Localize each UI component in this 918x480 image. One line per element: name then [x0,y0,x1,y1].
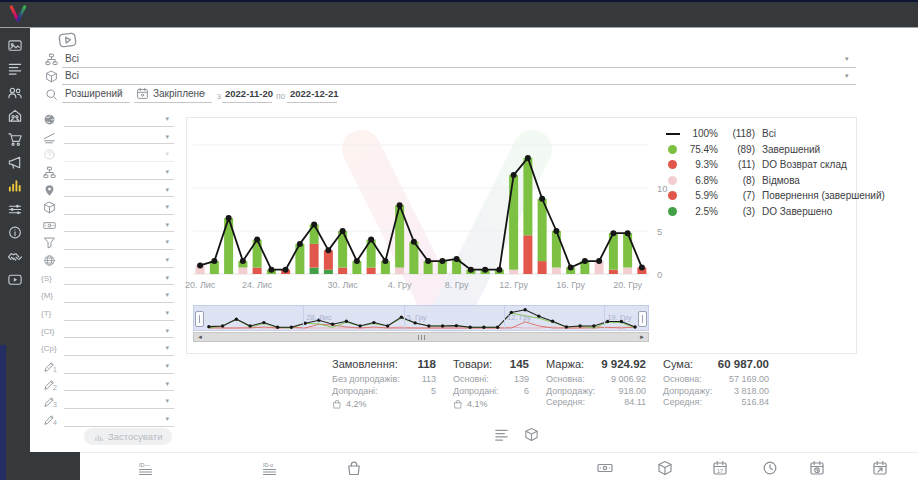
pin-icon [43,184,56,197]
home-users-icon [7,108,23,123]
minimap-gridline [504,306,505,330]
toggle-products-view[interactable] [524,427,539,442]
bottom-icon-schedule[interactable] [809,460,825,476]
legend-dot-icon [665,160,680,169]
legend-count: (11) [725,159,755,170]
tutorial-play-button[interactable] [53,29,82,50]
svg-text:ID-o: ID-o [263,462,273,468]
minimap-right-handle[interactable] [638,311,647,327]
summary-subrow: Основні:139 [453,374,529,386]
sidebar-item-video[interactable] [7,272,23,287]
filter-row-site: ▾ [38,253,178,271]
app-logo-icon[interactable] [7,3,29,24]
chevron-down-icon: ▾ [165,291,169,299]
filter-select-utm-medium[interactable] [64,302,174,303]
legend-item[interactable]: 5.9%(7)Повернення (завершений) [665,188,885,204]
apply-filters-button[interactable]: Застосувати [84,428,172,445]
scroll-left-arrow-icon[interactable]: ◄ [197,334,203,340]
left-accent-strip [0,345,6,480]
sidebar-item-tasks[interactable] [7,61,23,76]
summary-column: Замовлення:118Без допродажів:113Допродан… [332,358,436,409]
summary-column: Товари:145Основні:139Допродані:64.1% [453,358,529,409]
chevron-down-icon: ▾ [165,238,169,246]
sidebar-item-media[interactable] [7,38,23,53]
chevron-down-icon: ▾ [165,309,169,317]
minimap-gridline [303,306,304,330]
sidebar-item-settings[interactable] [7,202,23,217]
bottom-icon-products[interactable] [657,460,673,476]
filter-select-level[interactable] [64,143,174,144]
sidebar-item-marketing[interactable] [7,155,23,170]
svg-text:20. Гру: 20. Гру [613,280,642,290]
globe-dark-icon [43,113,56,126]
filter-select-funnel[interactable] [64,249,174,250]
filter-select-custom-3[interactable] [64,408,174,409]
filter-select-country[interactable] [64,126,174,127]
svg-text:17: 17 [717,468,723,474]
toggle-orders-view[interactable] [494,427,509,442]
chevron-down-icon: ▾ [119,90,123,98]
filter-select-utm-content[interactable] [64,337,174,338]
filter-select-structure[interactable] [64,179,174,180]
bottom-icon-orders-id[interactable]: ID— [138,460,154,476]
minimap-left-handle[interactable] [195,311,204,327]
megaphone-icon [7,155,23,170]
legend-item[interactable]: 6.8%(8)Відмова [665,173,885,189]
filter-select-custom-1[interactable] [64,373,174,374]
package-icon [45,70,58,83]
legend-item[interactable]: 100%(118)Всі [665,126,885,142]
chevron-down-icon: ▾ [165,380,169,388]
question-icon [43,148,56,161]
chevron-down-icon: ▾ [165,327,169,335]
filter-select-custom-4[interactable] [64,426,174,427]
chart-legend: 100%(118)Всі75.4%(89)Завершений9.3%(11)D… [665,126,885,219]
legend-item[interactable]: 75.4%(89)Завершений [665,142,885,158]
sidebar-item-info[interactable] [7,225,23,240]
filter-select-site[interactable] [64,267,174,268]
filter-select-location[interactable] [64,196,174,197]
filter-select-payment[interactable] [64,231,174,232]
filter-row-custom-1: 1▾ [38,359,178,377]
chart-scrollbar[interactable]: ◄ ► [193,332,649,342]
bottom-icon-payments[interactable] [597,460,613,476]
summary-stats: Замовлення:118Без допродажів:113Допродан… [332,358,769,409]
products-filter-select[interactable] [62,69,856,85]
filter-select-custom-2[interactable] [64,390,174,391]
bottom-icon-date[interactable]: 17 [712,460,728,476]
video-icon [7,272,23,287]
summary-column: Маржа:9 924.92Основна:9 006.92Допродажу:… [546,358,646,409]
chevron-down-icon: ▾ [845,72,849,80]
sidebar-item-cart[interactable] [7,132,23,147]
bottom-icon-orders-id-o[interactable]: ID-o [262,460,278,476]
legend-item[interactable]: 9.3%(11)DO Возврат склад [665,157,885,173]
legend-count: (3) [725,206,755,217]
chevron-down-icon: ▾ [165,186,169,194]
bottom-icon-export-date[interactable] [872,460,888,476]
sidebar-item-users[interactable] [7,85,23,100]
chevron-down-icon: ▾ [165,221,169,229]
chevron-down-icon: ▾ [165,203,169,211]
bottom-icon-time[interactable] [762,460,778,476]
sidebar-item-analytics[interactable] [7,178,23,193]
search-period-row: Розширений ▾ Закріплене ▾ з 2022-11-20 п… [30,87,918,105]
legend-percent: 2.5% [685,206,718,217]
sidebar-item-company[interactable] [7,108,23,123]
filter-select-utm-source[interactable] [64,284,174,285]
users-icon [7,85,23,100]
filter-select-unknown[interactable] [64,161,174,162]
filter-select-product[interactable] [64,214,174,215]
scrollbar-grip[interactable] [418,335,425,340]
sidebar-item-partners[interactable] [7,249,23,264]
scroll-right-arrow-icon[interactable]: ► [639,334,645,340]
filter-select-utm-term[interactable] [64,320,174,321]
task-list-icon [7,61,23,76]
filter-select-utm-campaign[interactable] [64,355,174,356]
bottom-icon-bag[interactable] [346,460,362,476]
department-filter-select[interactable] [62,52,856,68]
apply-filters-label: Застосувати [108,431,162,442]
y-axis-tick: 5 [657,226,662,237]
legend-item[interactable]: 2.5%(3)DO Завершено [665,204,885,220]
chart-minimap[interactable]: 28. Лис5. Гру12. Гру19. Гру [193,305,649,331]
chevron-down-icon: ▾ [845,55,849,63]
utm-source-icon: {S} [41,274,52,283]
